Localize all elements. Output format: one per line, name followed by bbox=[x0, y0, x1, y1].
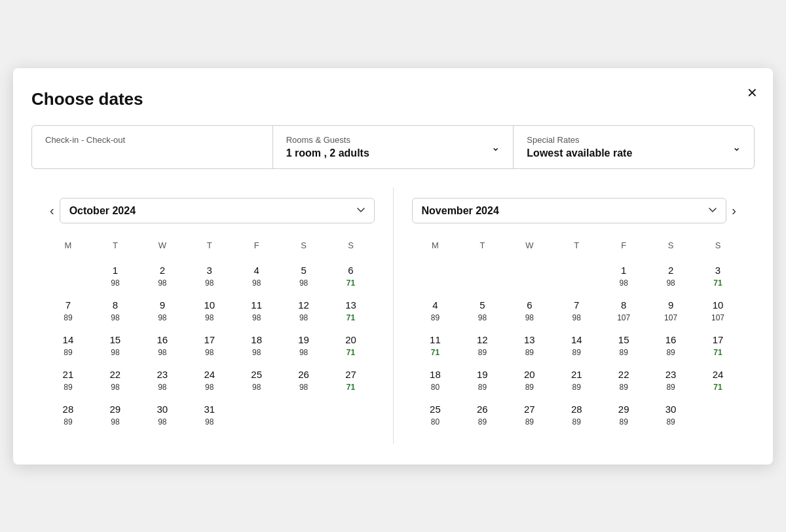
november-month-select[interactable]: November 2024 bbox=[412, 198, 727, 223]
table-row[interactable]: 1998 bbox=[280, 329, 328, 364]
table-row[interactable]: 1198 bbox=[233, 294, 280, 329]
table-row[interactable]: 798 bbox=[553, 294, 600, 329]
table-row[interactable]: 371 bbox=[694, 259, 741, 294]
table-row[interactable]: 398 bbox=[186, 259, 233, 294]
table-row[interactable]: 2989 bbox=[600, 398, 647, 433]
day-price: 89 bbox=[555, 348, 597, 357]
day-number: 1 bbox=[94, 265, 136, 276]
table-row[interactable]: 1171 bbox=[412, 329, 459, 364]
table-row[interactable]: 1289 bbox=[458, 329, 506, 364]
table-row[interactable]: 1771 bbox=[694, 329, 741, 364]
table-row[interactable]: 2598 bbox=[233, 364, 280, 398]
table-row[interactable]: 9107 bbox=[647, 294, 694, 329]
empty-cell bbox=[506, 259, 553, 294]
day-price: 98 bbox=[283, 383, 325, 392]
table-row[interactable]: 2298 bbox=[92, 364, 139, 398]
table-row[interactable]: 3089 bbox=[647, 398, 694, 433]
day-price: 98 bbox=[141, 313, 183, 322]
october-month-select-wrapper: October 2024 bbox=[60, 198, 375, 223]
table-row[interactable]: 1698 bbox=[139, 329, 186, 364]
table-row[interactable]: 1798 bbox=[186, 329, 233, 364]
checkin-checkout-section[interactable]: Check-in - Check-out bbox=[32, 126, 273, 168]
table-row[interactable]: 998 bbox=[139, 294, 186, 329]
table-row[interactable]: 598 bbox=[280, 259, 328, 294]
table-row[interactable]: 1589 bbox=[600, 329, 647, 364]
november-day-headers: M T W T F S S bbox=[412, 237, 742, 254]
table-row[interactable]: 1689 bbox=[647, 329, 694, 364]
day-price: 98 bbox=[189, 278, 231, 288]
day-header-f: F bbox=[233, 237, 280, 254]
table-row[interactable]: 2889 bbox=[45, 398, 92, 433]
empty-cell bbox=[45, 259, 92, 294]
table-row[interactable]: 1389 bbox=[506, 329, 553, 364]
table-row[interactable]: 3098 bbox=[139, 398, 186, 433]
october-month-select[interactable]: October 2024 bbox=[60, 198, 375, 223]
rooms-guests-section[interactable]: Rooms & Guests 1 room , 2 adults ⌄ bbox=[273, 126, 514, 168]
next-month-button[interactable]: › bbox=[726, 200, 741, 221]
table-row[interactable]: 1098 bbox=[186, 294, 233, 329]
day-number: 20 bbox=[330, 334, 372, 345]
table-row[interactable]: 1989 bbox=[458, 364, 506, 398]
empty-cell bbox=[412, 259, 459, 294]
table-row[interactable]: 2289 bbox=[600, 364, 647, 398]
table-row[interactable]: 1598 bbox=[92, 329, 139, 364]
table-row[interactable]: 298 bbox=[647, 259, 694, 294]
table-row[interactable]: 2498 bbox=[186, 364, 233, 398]
day-price: 71 bbox=[330, 348, 372, 357]
day-price: 98 bbox=[283, 313, 325, 322]
table-row[interactable]: 489 bbox=[412, 294, 459, 329]
table-row[interactable]: 1298 bbox=[280, 294, 328, 329]
table-row[interactable]: 2189 bbox=[553, 364, 600, 398]
table-row[interactable]: 2789 bbox=[506, 398, 553, 433]
special-rates-section[interactable]: Special Rates Lowest available rate ⌄ bbox=[514, 126, 754, 168]
table-row[interactable]: 498 bbox=[233, 259, 280, 294]
prev-month-button[interactable]: ‹ bbox=[45, 200, 60, 221]
table-row[interactable]: 671 bbox=[328, 259, 375, 294]
table-row[interactable]: 8107 bbox=[600, 294, 647, 329]
table-row[interactable]: 3198 bbox=[186, 398, 233, 433]
table-row[interactable]: 2998 bbox=[92, 398, 139, 433]
table-row[interactable]: 789 bbox=[45, 294, 92, 329]
table-row[interactable]: 2698 bbox=[280, 364, 328, 398]
rooms-chevron-icon: ⌄ bbox=[491, 141, 500, 153]
table-row[interactable]: 2471 bbox=[694, 364, 741, 398]
table-row[interactable]: 1880 bbox=[412, 364, 459, 398]
table-row[interactable]: 2089 bbox=[506, 364, 553, 398]
nov-day-header-t2: T bbox=[553, 237, 600, 254]
table-row[interactable]: 2889 bbox=[553, 398, 600, 433]
calendar-divider bbox=[393, 187, 394, 444]
day-number: 26 bbox=[461, 404, 503, 415]
day-price: 98 bbox=[189, 313, 231, 322]
day-price: 71 bbox=[697, 348, 739, 357]
day-number: 19 bbox=[461, 369, 503, 380]
day-number: 28 bbox=[47, 404, 89, 415]
day-price: 98 bbox=[141, 278, 183, 288]
table-row[interactable]: 198 bbox=[92, 259, 139, 294]
day-number: 27 bbox=[330, 369, 372, 380]
table-row[interactable]: 2771 bbox=[328, 364, 375, 398]
table-row[interactable]: 1489 bbox=[45, 329, 92, 364]
table-row[interactable]: 898 bbox=[92, 294, 139, 329]
table-row[interactable]: 2389 bbox=[647, 364, 694, 398]
table-row[interactable]: 1898 bbox=[233, 329, 280, 364]
table-row[interactable]: 198 bbox=[600, 259, 647, 294]
table-row[interactable]: 10107 bbox=[694, 294, 741, 329]
day-header-m: M bbox=[45, 237, 92, 254]
close-button[interactable]: × bbox=[747, 84, 757, 101]
table-row[interactable]: 298 bbox=[139, 259, 186, 294]
day-header-t2: T bbox=[186, 237, 233, 254]
day-number: 7 bbox=[555, 299, 597, 311]
table-row[interactable]: 2398 bbox=[139, 364, 186, 398]
table-row[interactable]: 2580 bbox=[412, 398, 459, 433]
day-number: 29 bbox=[603, 404, 645, 415]
table-row[interactable]: 1489 bbox=[553, 329, 600, 364]
table-row[interactable]: 2689 bbox=[458, 398, 506, 433]
table-row[interactable]: 698 bbox=[506, 294, 553, 329]
table-row[interactable]: 2071 bbox=[328, 329, 375, 364]
day-number: 11 bbox=[415, 334, 457, 345]
day-price: 98 bbox=[236, 313, 278, 322]
choose-dates-modal: Choose dates × Check-in - Check-out Room… bbox=[13, 68, 773, 465]
table-row[interactable]: 598 bbox=[458, 294, 506, 329]
table-row[interactable]: 2189 bbox=[45, 364, 92, 398]
table-row[interactable]: 1371 bbox=[328, 294, 375, 329]
